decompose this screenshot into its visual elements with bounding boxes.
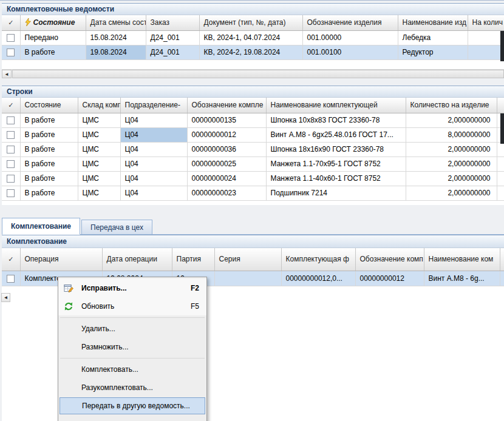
- cell-division: Ц04: [120, 157, 187, 171]
- table-row[interactable]: Передано 15.08.2024 Д24_001 КВ, 2024-1, …: [2, 30, 504, 45]
- scroll-left-button[interactable]: ◄: [1, 293, 10, 302]
- edit-icon: [64, 283, 73, 293]
- row-checkbox[interactable]: [7, 189, 15, 197]
- row-checkbox[interactable]: [7, 160, 15, 168]
- refresh-icon: [64, 301, 73, 311]
- cell-part-name: Винт А.М8 - 6gх25.48.016 ГОСТ 17...: [266, 127, 406, 142]
- menu-item-transfer-to-other-list[interactable]: Передать в другую ведомость...: [60, 397, 205, 414]
- horizontal-scrollbar[interactable]: ◄: [2, 69, 504, 78]
- col-name[interactable]: Наименование ком: [424, 248, 500, 271]
- cell-qty: 8,000000000: [406, 127, 497, 142]
- row-checkbox[interactable]: [7, 49, 15, 56]
- header-row: ✓ Состояние Склад комп Подразделение- Об…: [2, 98, 504, 113]
- cell-warehouse: ЦМС: [78, 186, 120, 200]
- cell-extra: [497, 142, 504, 157]
- table-row[interactable]: В работе ЦМС Ц04 00000000135 Шпонка 10x8…: [2, 113, 504, 127]
- vertical-scrollbar[interactable]: [500, 113, 504, 144]
- col-document[interactable]: Документ (тип, №, дата): [199, 15, 302, 30]
- col-state[interactable]: Состояние: [20, 15, 86, 30]
- table-row[interactable]: В работе ЦМС Ц04 00000000025 Манжета 1.1…: [2, 157, 504, 171]
- menu-item-edit[interactable]: Исправить... F2: [58, 278, 206, 297]
- cell-date-focused: 19.08.2024: [86, 45, 146, 59]
- check-icon: ✓: [8, 101, 13, 109]
- col-qty[interactable]: К: [500, 248, 504, 271]
- col-product-code[interactable]: Обозначение изделия: [302, 15, 398, 30]
- cell-product-name: Лебедка: [398, 30, 468, 45]
- col-qty[interactable]: Количество на изделие: [406, 98, 497, 113]
- col-part-code[interactable]: Обозначение компле: [187, 98, 266, 113]
- col-product-name[interactable]: Наименование изд: [398, 15, 468, 30]
- row-checkbox[interactable]: [7, 131, 15, 139]
- col-operation[interactable]: Операция: [20, 248, 102, 271]
- col-code[interactable]: Обозначение комп: [355, 248, 424, 271]
- cell-part-code: 00000000036: [187, 142, 266, 157]
- menu-item-duplicate[interactable]: Размножить...: [58, 338, 206, 356]
- cell-qty: [468, 30, 504, 45]
- lines-table: ✓ Состояние Склад комп Подразделение- Об…: [2, 98, 504, 201]
- cell-product-name: Редуктор: [398, 45, 468, 59]
- cell-extra: [497, 157, 504, 171]
- cell-product-code: 001.00100: [302, 45, 398, 59]
- menu-item-delete[interactable]: Удалить...: [58, 320, 206, 338]
- scrollbar-thumb[interactable]: [12, 70, 504, 78]
- panel-picking-lists: Комплектовочные ведомости ✓ Состояние Да…: [2, 3, 504, 78]
- col-series[interactable]: Серия: [214, 248, 281, 271]
- cell-document: КВ, 2024-2, 19.08.2024: [199, 45, 302, 59]
- cell-part-name: Манжета 1.1-40x60-1 ГОСТ 8752: [266, 171, 406, 186]
- col-batch[interactable]: Партия: [172, 248, 214, 271]
- header-row: ✓ Состояние Дата смены сост Заказ Докуме…: [2, 15, 504, 30]
- col-date[interactable]: Дата смены сост: [86, 15, 146, 30]
- table-row[interactable]: В работе ЦМС Ц04 00000000036 Шпонка 18x1…: [2, 142, 504, 157]
- row-checkbox[interactable]: [7, 175, 15, 183]
- left-arrow-icon: ◄: [4, 295, 9, 300]
- col-order[interactable]: Заказ: [146, 15, 199, 30]
- cell-part-name: Шпонка 10x8x83 ГОСТ 23360-78: [266, 113, 406, 127]
- table-row[interactable]: В работе ЦМС Ц04 00000000024 Манжета 1.1…: [2, 171, 504, 186]
- scroll-left-button[interactable]: ◄: [2, 70, 12, 78]
- menu-separator: [60, 358, 205, 359]
- cell-qty: 2,000000000: [406, 142, 497, 157]
- col-date[interactable]: Дата операции: [102, 248, 172, 271]
- cell-order: Д24_001: [146, 30, 199, 45]
- col-state[interactable]: Состояние: [20, 98, 78, 113]
- row-checkbox[interactable]: [7, 275, 15, 283]
- cell-part-name: Шпонка 18x16x90 ГОСТ 23360-78: [266, 142, 406, 157]
- context-menu: Исправить... F2 Обновить F5 Удалить... Р…: [58, 277, 207, 421]
- menu-item-label: Передать в другую ведомость...: [82, 402, 190, 410]
- menu-item-unkit[interactable]: Разукомплектовать...: [58, 379, 206, 397]
- cell-warehouse: ЦМС: [78, 142, 120, 157]
- cell-part-code: 00000000135: [187, 113, 266, 127]
- application-window: Комплектовочные ведомости ✓ Состояние Да…: [0, 0, 504, 421]
- cell-qty: 2,000000000: [406, 171, 497, 186]
- menu-item-label: Обновить: [81, 302, 114, 311]
- cell-state: В работе: [20, 45, 86, 59]
- col-division[interactable]: Подразделение-: [120, 98, 187, 113]
- col-part[interactable]: Комплектующая ф: [281, 248, 355, 271]
- col-part-name[interactable]: Наименование комплектующей: [266, 98, 406, 113]
- row-checkbox[interactable]: [7, 116, 15, 124]
- table-row[interactable]: В работе ЦМС Ц04 00000000012 Винт А.М8 -…: [2, 127, 504, 142]
- select-all-header[interactable]: ✓: [2, 98, 20, 113]
- tab-peredacha-v-tseh[interactable]: Передача в цех: [81, 220, 152, 234]
- col-warehouse[interactable]: Склад комп: [78, 98, 120, 113]
- menu-separator: [60, 317, 205, 318]
- cell-state: В работе: [20, 157, 78, 171]
- row-checkbox[interactable]: [7, 146, 15, 153]
- col-qty[interactable]: На колич: [468, 15, 504, 30]
- table-row-selected[interactable]: В работе 19.08.2024 Д24_001 КВ, 2024-2, …: [2, 45, 504, 59]
- menu-item-label: Размножить...: [81, 343, 129, 351]
- table-row[interactable]: В работе ЦМС Ц04 00000000023 Подшипник 7…: [2, 186, 504, 200]
- vertical-scrollbar[interactable]: [500, 31, 504, 61]
- cell-part-code: 00000000024: [187, 171, 266, 186]
- menu-item-kit[interactable]: Комплектовать...: [58, 360, 206, 379]
- cell-state: В работе: [20, 113, 78, 127]
- col-extra[interactable]: [497, 98, 504, 113]
- row-checkbox[interactable]: [7, 34, 15, 42]
- menu-item-refresh[interactable]: Обновить F5: [58, 297, 206, 315]
- cell-date: 15.08.2024: [86, 30, 146, 45]
- tab-komplektovanie[interactable]: Комплектование: [2, 218, 80, 235]
- select-all-header[interactable]: ✓: [2, 248, 20, 271]
- select-all-header[interactable]: ✓: [2, 15, 20, 30]
- cell-part-name: Подшипник 7214: [266, 186, 406, 200]
- cell-part-code: 00000000023: [187, 186, 266, 200]
